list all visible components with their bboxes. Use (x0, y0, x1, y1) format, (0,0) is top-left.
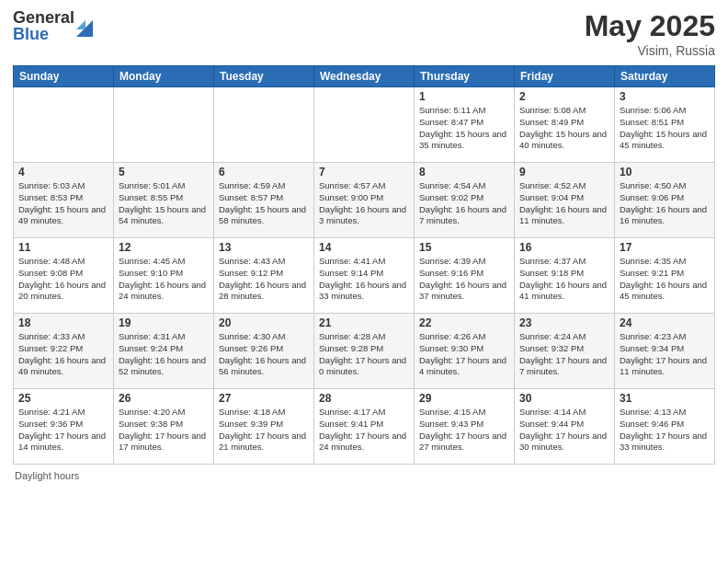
calendar-cell: 17Sunrise: 4:35 AM Sunset: 9:21 PM Dayli… (615, 238, 715, 314)
day-info: Sunrise: 4:18 AM Sunset: 9:39 PM Dayligh… (219, 407, 309, 454)
calendar-cell: 5Sunrise: 5:01 AM Sunset: 8:55 PM Daylig… (114, 163, 214, 238)
day-number: 10 (620, 166, 710, 178)
day-info: Sunrise: 4:24 AM Sunset: 9:32 PM Dayligh… (519, 331, 609, 378)
logo-general: General (13, 9, 74, 26)
day-number: 3 (620, 90, 710, 103)
day-number: 19 (119, 316, 209, 329)
header: General Blue May 2025 Visim, Russia (13, 9, 715, 58)
day-info: Sunrise: 4:21 AM Sunset: 9:36 PM Dayligh… (18, 407, 108, 454)
day-number: 5 (119, 166, 209, 178)
calendar-cell: 22Sunrise: 4:26 AM Sunset: 9:30 PM Dayli… (415, 314, 515, 389)
calendar-cell: 30Sunrise: 4:14 AM Sunset: 9:44 PM Dayli… (515, 389, 615, 465)
day-number: 11 (18, 241, 108, 254)
day-number: 12 (119, 241, 209, 254)
day-number: 15 (419, 241, 509, 254)
day-number: 26 (119, 392, 209, 405)
calendar-week-5: 25Sunrise: 4:21 AM Sunset: 9:36 PM Dayli… (14, 389, 715, 465)
day-number: 23 (519, 316, 609, 329)
calendar-cell: 7Sunrise: 4:57 AM Sunset: 9:00 PM Daylig… (314, 163, 415, 238)
day-info: Sunrise: 4:43 AM Sunset: 9:12 PM Dayligh… (219, 256, 309, 303)
day-number: 27 (219, 392, 309, 405)
day-info: Sunrise: 4:13 AM Sunset: 9:46 PM Dayligh… (620, 407, 710, 454)
logo-blue: Blue (13, 26, 74, 42)
day-info: Sunrise: 5:08 AM Sunset: 8:49 PM Dayligh… (519, 105, 609, 152)
calendar-cell: 15Sunrise: 4:39 AM Sunset: 9:16 PM Dayli… (415, 238, 515, 314)
day-number: 29 (419, 392, 509, 405)
calendar-cell: 2Sunrise: 5:08 AM Sunset: 8:49 PM Daylig… (515, 87, 615, 163)
calendar-cell (214, 87, 314, 163)
day-info: Sunrise: 4:23 AM Sunset: 9:34 PM Dayligh… (620, 331, 710, 378)
day-number: 16 (519, 241, 609, 254)
day-number: 25 (18, 392, 108, 405)
daylight-label: Daylight hours (15, 470, 79, 481)
day-number: 14 (319, 241, 409, 254)
calendar-cell (114, 87, 214, 163)
calendar-cell: 28Sunrise: 4:17 AM Sunset: 9:41 PM Dayli… (314, 389, 415, 465)
day-number: 18 (18, 316, 108, 329)
calendar-cell: 12Sunrise: 4:45 AM Sunset: 9:10 PM Dayli… (114, 238, 214, 314)
calendar-week-2: 4Sunrise: 5:03 AM Sunset: 8:53 PM Daylig… (14, 163, 715, 238)
calendar-table: Sunday Monday Tuesday Wednesday Thursday… (13, 65, 715, 465)
day-info: Sunrise: 4:31 AM Sunset: 9:24 PM Dayligh… (119, 331, 209, 378)
calendar-week-4: 18Sunrise: 4:33 AM Sunset: 9:22 PM Dayli… (14, 314, 715, 389)
calendar-cell (14, 87, 114, 163)
calendar-cell: 1Sunrise: 5:11 AM Sunset: 8:47 PM Daylig… (415, 87, 515, 163)
day-info: Sunrise: 4:17 AM Sunset: 9:41 PM Dayligh… (319, 407, 409, 454)
day-number: 22 (419, 316, 509, 329)
title-location: Visim, Russia (585, 43, 715, 58)
calendar-cell: 31Sunrise: 4:13 AM Sunset: 9:46 PM Dayli… (615, 389, 715, 465)
page: General Blue May 2025 Visim, Russia Sund… (0, 0, 728, 563)
day-number: 6 (219, 166, 309, 178)
day-info: Sunrise: 4:52 AM Sunset: 9:04 PM Dayligh… (519, 180, 609, 227)
day-number: 1 (419, 90, 509, 103)
svg-marker-1 (76, 20, 85, 29)
title-month: May 2025 (585, 9, 715, 43)
day-info: Sunrise: 4:57 AM Sunset: 9:00 PM Dayligh… (319, 180, 409, 227)
calendar-week-3: 11Sunrise: 4:48 AM Sunset: 9:08 PM Dayli… (14, 238, 715, 314)
day-info: Sunrise: 4:20 AM Sunset: 9:38 PM Dayligh… (119, 407, 209, 454)
calendar-cell: 10Sunrise: 4:50 AM Sunset: 9:06 PM Dayli… (615, 163, 715, 238)
day-info: Sunrise: 4:37 AM Sunset: 9:18 PM Dayligh… (519, 256, 609, 303)
day-info: Sunrise: 4:50 AM Sunset: 9:06 PM Dayligh… (620, 180, 710, 227)
logo-text: General Blue (13, 9, 74, 42)
calendar-header-row: Sunday Monday Tuesday Wednesday Thursday… (14, 66, 715, 87)
calendar-week-1: 1Sunrise: 5:11 AM Sunset: 8:47 PM Daylig… (14, 87, 715, 163)
day-info: Sunrise: 4:15 AM Sunset: 9:43 PM Dayligh… (419, 407, 509, 454)
calendar-cell: 19Sunrise: 4:31 AM Sunset: 9:24 PM Dayli… (114, 314, 214, 389)
day-number: 24 (620, 316, 710, 329)
calendar-cell: 11Sunrise: 4:48 AM Sunset: 9:08 PM Dayli… (14, 238, 114, 314)
day-number: 17 (620, 241, 710, 254)
col-friday: Friday (515, 66, 615, 87)
calendar-cell: 21Sunrise: 4:28 AM Sunset: 9:28 PM Dayli… (314, 314, 415, 389)
day-info: Sunrise: 4:14 AM Sunset: 9:44 PM Dayligh… (519, 407, 609, 454)
day-info: Sunrise: 4:30 AM Sunset: 9:26 PM Dayligh… (219, 331, 309, 378)
col-monday: Monday (114, 66, 214, 87)
calendar-cell: 9Sunrise: 4:52 AM Sunset: 9:04 PM Daylig… (515, 163, 615, 238)
calendar-cell: 18Sunrise: 4:33 AM Sunset: 9:22 PM Dayli… (14, 314, 114, 389)
day-info: Sunrise: 4:48 AM Sunset: 9:08 PM Dayligh… (18, 256, 108, 303)
day-info: Sunrise: 4:26 AM Sunset: 9:30 PM Dayligh… (419, 331, 509, 378)
col-tuesday: Tuesday (214, 66, 314, 87)
calendar-cell: 4Sunrise: 5:03 AM Sunset: 8:53 PM Daylig… (14, 163, 114, 238)
day-number: 13 (219, 241, 309, 254)
calendar-cell: 14Sunrise: 4:41 AM Sunset: 9:14 PM Dayli… (314, 238, 415, 314)
day-number: 2 (519, 90, 609, 103)
title-block: May 2025 Visim, Russia (585, 9, 715, 58)
calendar-cell: 24Sunrise: 4:23 AM Sunset: 9:34 PM Dayli… (615, 314, 715, 389)
col-wednesday: Wednesday (314, 66, 415, 87)
day-number: 31 (620, 392, 710, 405)
day-info: Sunrise: 4:45 AM Sunset: 9:10 PM Dayligh… (119, 256, 209, 303)
calendar-cell (314, 87, 415, 163)
col-thursday: Thursday (415, 66, 515, 87)
calendar-cell: 16Sunrise: 4:37 AM Sunset: 9:18 PM Dayli… (515, 238, 615, 314)
day-number: 28 (319, 392, 409, 405)
day-info: Sunrise: 4:28 AM Sunset: 9:28 PM Dayligh… (319, 331, 409, 378)
day-number: 30 (519, 392, 609, 405)
footer: Daylight hours (13, 470, 715, 481)
day-number: 7 (319, 166, 409, 178)
day-info: Sunrise: 4:59 AM Sunset: 8:57 PM Dayligh… (219, 180, 309, 227)
calendar-cell: 6Sunrise: 4:59 AM Sunset: 8:57 PM Daylig… (214, 163, 314, 238)
day-number: 21 (319, 316, 409, 329)
day-info: Sunrise: 4:35 AM Sunset: 9:21 PM Dayligh… (620, 256, 710, 303)
col-saturday: Saturday (615, 66, 715, 87)
